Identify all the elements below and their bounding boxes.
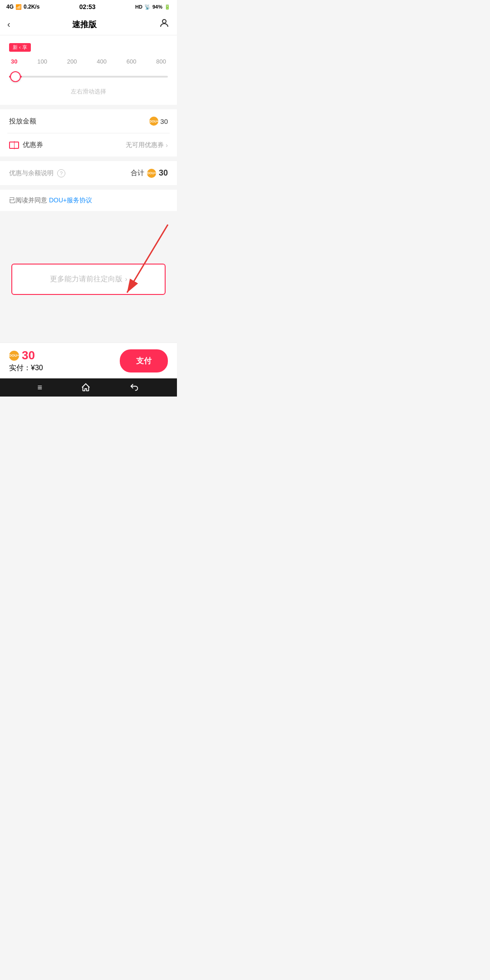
coupon-icon	[9, 142, 19, 149]
status-time: 02:53	[79, 3, 96, 10]
invest-amount-section: 投放金额 DOU+ 30 优惠券 无可用优惠券 ›	[0, 109, 177, 157]
slider-track-wrap[interactable]	[9, 70, 168, 83]
summary-right: 合计 DOU+ 30	[131, 168, 168, 178]
slider-hint: 左右滑动选择	[9, 88, 168, 96]
total-label: 合计	[131, 169, 144, 177]
coupon-row[interactable]: 优惠券 无可用优惠券 ›	[0, 133, 177, 157]
slider-track	[9, 76, 168, 78]
user-icon[interactable]	[159, 18, 170, 31]
bottom-coin-value: 30	[22, 348, 35, 363]
bottom-left: DOU+ 30 实付：¥30	[9, 348, 43, 373]
nav-bottom: ≡	[0, 378, 177, 397]
battery-icon: 🔋	[164, 4, 171, 10]
tick-600: 600	[127, 58, 137, 65]
total-coin-badge: DOU+	[147, 169, 156, 178]
page-title: 速推版	[72, 19, 97, 30]
coupon-value: 无可用优惠券 ›	[126, 141, 168, 149]
actual-label: 实付：	[9, 364, 31, 372]
tick-30: 30	[11, 58, 17, 65]
network-label: 4G	[6, 4, 14, 10]
main-content: 更多能力请前往定向版 ›	[0, 216, 177, 343]
agreement-text: 已阅读并同意 DOU+服务协议	[9, 196, 92, 204]
menu-button[interactable]: ≡	[38, 383, 43, 392]
help-icon[interactable]: ?	[57, 169, 65, 177]
svg-point-0	[162, 20, 166, 23]
more-button[interactable]: 更多能力请前往定向版 ›	[11, 264, 166, 295]
summary-left: 优惠与余额说明 ?	[9, 169, 65, 177]
pay-button[interactable]: 支付	[120, 349, 168, 372]
invest-amount-row: 投放金额 DOU+ 30	[0, 109, 177, 133]
slider-section: 新 ‹ 享 30 100 200 400 600 800 左右滑动选择	[0, 35, 177, 105]
back-button[interactable]: ‹	[7, 19, 10, 29]
hd-label: HD	[135, 4, 142, 10]
actual-value: ¥30	[31, 364, 43, 372]
promo-badge: 新 ‹ 享	[9, 43, 31, 52]
bottom-bar: DOU+ 30 实付：¥30 支付	[0, 343, 177, 378]
tick-200: 200	[67, 58, 77, 65]
agreement-section: 已阅读并同意 DOU+服务协议	[0, 190, 177, 211]
slider-ticks: 30 100 200 400 600 800	[9, 58, 168, 65]
slider-thumb[interactable]	[10, 71, 21, 82]
back-nav-button[interactable]	[129, 382, 139, 392]
battery-label: 94%	[152, 4, 162, 10]
bottom-actual: 实付：¥30	[9, 363, 43, 373]
total-value: 30	[159, 168, 168, 178]
status-bar: 4G 📶 0.2K/s 02:53 HD 📡 94% 🔋	[0, 0, 177, 14]
summary-section: 优惠与余额说明 ? 合计 DOU+ 30	[0, 161, 177, 185]
invest-amount-number: 30	[160, 118, 168, 125]
wifi-icon: 📡	[144, 4, 151, 10]
bottom-price-row: DOU+ 30	[9, 348, 43, 363]
coupon-label: 优惠券	[9, 141, 43, 149]
bottom-coin-badge: DOU+	[9, 351, 19, 361]
more-button-chevron: ›	[125, 275, 127, 283]
discount-label: 优惠与余额说明	[9, 169, 54, 177]
tick-800: 800	[156, 58, 166, 65]
invest-amount-label: 投放金额	[9, 117, 36, 126]
invest-amount-value: DOU+ 30	[149, 117, 168, 126]
home-button[interactable]	[81, 382, 91, 392]
signal-icon: 📶	[15, 4, 22, 10]
coupon-chevron: ›	[166, 142, 168, 149]
status-right: HD 📡 94% 🔋	[135, 4, 171, 10]
top-nav: ‹ 速推版	[0, 14, 177, 35]
agreement-link[interactable]: DOU+服务协议	[49, 196, 92, 204]
status-left: 4G 📶 0.2K/s	[6, 4, 39, 10]
more-button-wrapper: 更多能力请前往定向版 ›	[11, 264, 166, 295]
tick-100: 100	[37, 58, 47, 65]
tick-400: 400	[97, 58, 107, 65]
speed-label: 0.2K/s	[24, 4, 39, 10]
coupon-text: 无可用优惠券	[126, 141, 164, 149]
agreement-prefix: 已阅读并同意	[9, 196, 49, 204]
coin-badge: DOU+	[149, 117, 158, 126]
more-button-text: 更多能力请前往定向版	[50, 274, 122, 284]
